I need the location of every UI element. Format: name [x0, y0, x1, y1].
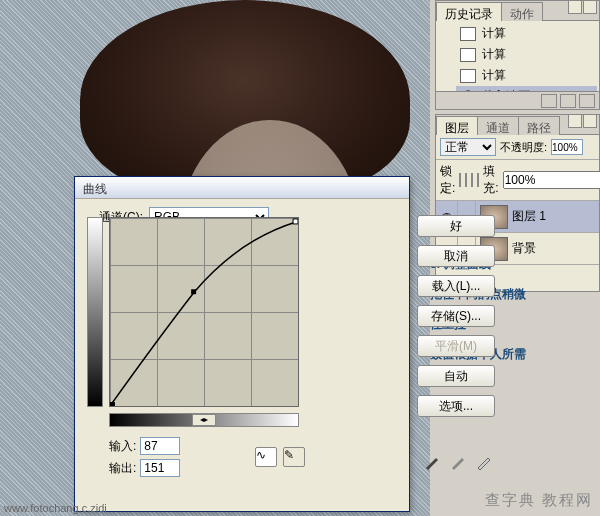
curve-tools: ∿ ✎ — [255, 447, 305, 467]
curve-pencil-tool[interactable]: ✎ — [283, 447, 305, 467]
history-label: 计算 — [482, 25, 506, 42]
input-label: 输入: — [109, 438, 136, 455]
calc-icon — [460, 48, 476, 62]
fill-input[interactable] — [503, 171, 600, 189]
history-panel: 历史记录 动作 计算 计算 计算 载入选区 — [435, 0, 600, 110]
curves-dialog: 曲线 通道(C): RGB ◂▸ 输入: 输出: ∿ ✎ — [74, 176, 410, 512]
tab-actions[interactable]: 动作 — [501, 2, 543, 21]
options-button[interactable]: 选项... — [417, 395, 495, 417]
input-row: 输入: — [109, 437, 180, 455]
curve-line — [110, 218, 298, 406]
save-button[interactable]: 存储(S)... — [417, 305, 495, 327]
minimize-button[interactable] — [568, 114, 582, 128]
svg-rect-0 — [110, 402, 115, 406]
close-button[interactable] — [583, 0, 597, 14]
ok-button[interactable]: 好 — [417, 215, 495, 237]
lock-all-icon[interactable] — [477, 173, 479, 187]
dialog-title: 曲线 — [75, 177, 409, 199]
history-label: 计算 — [482, 67, 506, 84]
history-label: 计算 — [482, 46, 506, 63]
history-item[interactable]: 计算 — [456, 23, 597, 44]
lock-transparent-icon[interactable] — [459, 173, 461, 187]
svg-rect-2 — [293, 219, 298, 224]
history-item[interactable]: 计算 — [456, 65, 597, 86]
new-doc-button[interactable] — [560, 94, 576, 108]
input-field[interactable] — [140, 437, 180, 455]
layer-name: 图层 1 — [512, 208, 599, 225]
lock-position-icon[interactable] — [471, 173, 473, 187]
close-button[interactable] — [583, 114, 597, 128]
opacity-input[interactable] — [551, 139, 583, 155]
eyedropper-gray-icon[interactable] — [449, 451, 469, 471]
curve-grid[interactable] — [109, 217, 299, 407]
horizontal-gradient: ◂▸ — [109, 413, 299, 427]
output-field[interactable] — [140, 459, 180, 477]
fill-label: 填充: — [483, 163, 498, 197]
watermark-url: www.fotochang.c.zidi — [4, 502, 107, 514]
eyedropper-white-icon[interactable] — [475, 451, 495, 471]
tab-layers[interactable]: 图层 — [436, 116, 478, 135]
load-button[interactable]: 载入(L)... — [417, 275, 495, 297]
watermark: 查字典 教程网 — [485, 491, 593, 510]
smooth-button[interactable]: 平滑(M) — [417, 335, 495, 357]
svg-rect-1 — [191, 289, 196, 294]
panel-controls — [567, 0, 597, 14]
new-snapshot-button[interactable] — [541, 94, 557, 108]
tab-history[interactable]: 历史记录 — [436, 2, 502, 21]
output-label: 输出: — [109, 460, 136, 477]
lock-image-icon[interactable] — [465, 173, 467, 187]
cancel-button[interactable]: 取消 — [417, 245, 495, 267]
tab-channels[interactable]: 通道 — [477, 116, 519, 135]
lock-label: 锁定: — [440, 163, 455, 197]
vertical-gradient — [87, 217, 103, 407]
calc-icon — [460, 27, 476, 41]
history-item[interactable]: 计算 — [456, 44, 597, 65]
output-row: 输出: — [109, 459, 180, 477]
eyedropper-black-icon[interactable] — [423, 451, 443, 471]
lock-row: 锁定: 填充: — [436, 160, 599, 201]
calc-icon — [460, 69, 476, 83]
minimize-button[interactable] — [568, 0, 582, 14]
layer-options-row: 正常 不透明度: — [436, 135, 599, 160]
delete-button[interactable] — [579, 94, 595, 108]
dialog-buttons: 好 取消 载入(L)... 存储(S)... 平滑(M) 自动 选项... — [417, 215, 495, 417]
gradient-toggle[interactable]: ◂▸ — [192, 414, 216, 426]
tab-paths[interactable]: 路径 — [518, 116, 560, 135]
curve-point-tool[interactable]: ∿ — [255, 447, 277, 467]
auto-button[interactable]: 自动 — [417, 365, 495, 387]
blend-mode-select[interactable]: 正常 — [440, 138, 496, 156]
history-footer — [436, 91, 599, 109]
dialog-body: 通道(C): RGB ◂▸ 输入: 输出: ∿ ✎ — [75, 199, 409, 241]
opacity-label: 不透明度: — [500, 140, 547, 155]
panel-controls — [567, 114, 597, 128]
eyedropper-tools — [423, 451, 495, 471]
